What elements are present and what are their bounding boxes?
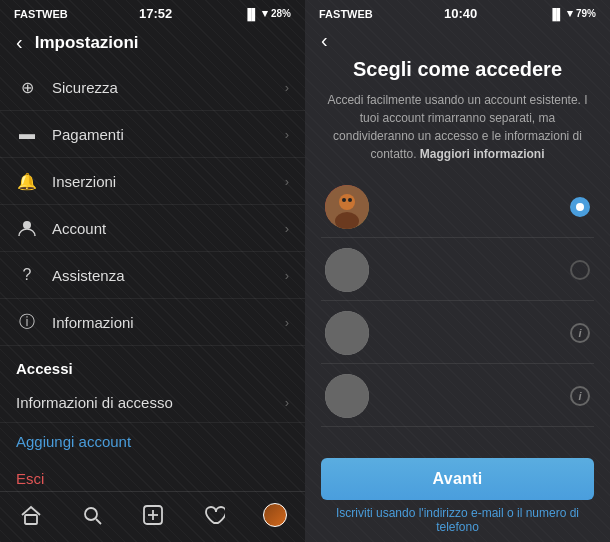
chevron-icon: › [285,221,289,236]
account-item-0[interactable] [321,177,594,238]
question-icon: ? [16,264,38,286]
header-left: ‹ Impostazioni [0,25,305,64]
svg-rect-1 [25,515,37,524]
back-button-left[interactable]: ‹ [16,31,23,54]
wifi-icon-right: ▾ [567,7,573,20]
menu-item-inserzioni[interactable]: 🔔 Inserzioni › [0,158,305,205]
left-panel: FASTWEB 17:52 ▐▌ ▾ 28% ‹ Impostazioni ⊕ … [0,0,305,542]
nav-search-icon[interactable] [72,500,112,530]
menu-item-informazioni[interactable]: ⓘ Informazioni › [0,299,305,346]
chevron-icon: › [285,268,289,283]
subtitle-link[interactable]: Maggiori informazioni [420,147,545,161]
info-circle-icon: ⓘ [16,311,38,333]
shield-icon: ⊕ [16,76,38,98]
card-icon: ▬ [16,123,38,145]
chevron-icon: › [285,395,289,410]
svg-line-3 [96,519,101,524]
svg-point-2 [85,508,97,520]
radio-1[interactable] [570,260,590,280]
menu-item-pagamenti[interactable]: ▬ Pagamenti › [0,111,305,158]
nav-home-icon[interactable] [11,500,51,530]
menu-label-pagamenti: Pagamenti [52,126,124,143]
back-button-right[interactable]: ‹ [321,29,328,52]
status-icons-left: ▐▌ ▾ 28% [243,7,291,20]
status-icons-right: ▐▌ ▾ 79% [548,7,596,20]
aggiungi-account-link[interactable]: Aggiungi account [0,423,305,460]
bottom-nav [0,491,305,542]
carrier-left: FASTWEB [14,8,68,20]
menu-label-inserzioni: Inserzioni [52,173,116,190]
svg-point-11 [348,198,352,202]
bell-icon: 🔔 [16,170,38,192]
carrier-right: FASTWEB [319,8,373,20]
signup-link[interactable]: Iscriviti usando l'indirizzo e-mail o il… [321,506,594,542]
nav-heart-icon[interactable] [194,500,234,530]
menu-label-informazioni: Informazioni [52,314,134,331]
account-list: i i [321,177,594,450]
menu-item-info-accesso[interactable]: Informazioni di accesso › [0,383,305,423]
nav-add-icon[interactable] [133,500,173,530]
avatar-2 [325,311,369,355]
chevron-icon: › [285,80,289,95]
avanti-button[interactable]: Avanti [321,458,594,500]
right-content: Scegli come accedere Accedi facilmente u… [305,58,610,542]
info-icon-2[interactable]: i [570,323,590,343]
menu-label-sicurezza: Sicurezza [52,79,118,96]
signal-icon-left: ▐▌ [243,8,259,20]
person-icon [16,217,38,239]
avatar-3 [325,374,369,418]
time-right: 10:40 [444,6,477,21]
radio-inner-0 [576,203,584,211]
nav-profile-icon[interactable] [255,500,295,530]
wifi-icon-left: ▾ [262,7,268,20]
chevron-icon: › [285,127,289,142]
page-subtitle: Accedi facilmente usando un account esis… [321,91,594,163]
menu-item-assistenza[interactable]: ? Assistenza › [0,252,305,299]
menu-list: ⊕ Sicurezza › ▬ Pagamenti › 🔔 Inserzioni… [0,64,305,491]
info-icon-3[interactable]: i [570,386,590,406]
status-bar-right: FASTWEB 10:40 ▐▌ ▾ 79% [305,0,610,25]
chevron-icon: › [285,315,289,330]
menu-item-account[interactable]: Account › [0,205,305,252]
menu-label-info-accesso: Informazioni di accesso [16,394,173,411]
account-item-1[interactable] [321,240,594,301]
svg-point-8 [339,194,355,210]
svg-point-10 [342,198,346,202]
menu-label-assistenza: Assistenza [52,267,125,284]
radio-0[interactable] [570,197,590,217]
menu-item-sicurezza[interactable]: ⊕ Sicurezza › [0,64,305,111]
esci-link[interactable]: Esci [0,460,305,491]
battery-left: 28% [271,8,291,19]
svg-point-0 [23,221,31,229]
section-accessi: Accessi [0,346,305,383]
menu-label-account: Account [52,220,106,237]
avatar-0 [325,185,369,229]
battery-right: 79% [576,8,596,19]
time-left: 17:52 [139,6,172,21]
page-title-right: Scegli come accedere [321,58,594,81]
chevron-icon: › [285,174,289,189]
page-title-left: Impostazioni [35,33,139,53]
account-item-3[interactable]: i [321,366,594,427]
account-item-2[interactable]: i [321,303,594,364]
header-right: ‹ [305,25,610,58]
status-bar-left: FASTWEB 17:52 ▐▌ ▾ 28% [0,0,305,25]
avatar-1 [325,248,369,292]
signal-icon-right: ▐▌ [548,8,564,20]
right-panel: FASTWEB 10:40 ▐▌ ▾ 79% ‹ Scegli come acc… [305,0,610,542]
